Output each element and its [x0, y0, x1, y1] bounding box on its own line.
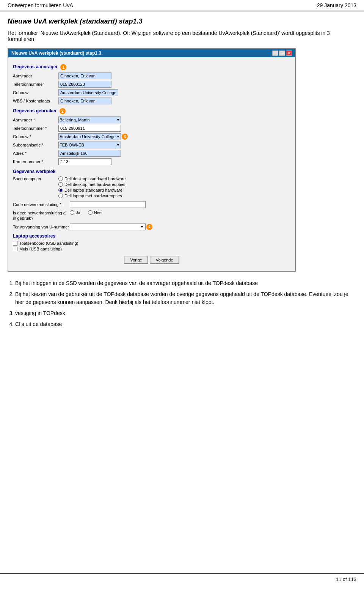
wbs-aanvrager-label: WBS / Kostenplaats: [13, 99, 58, 103]
laptop-section: Laptop accessoires Toetsenboord (USB aan…: [13, 233, 290, 251]
page-number: 11 of 113: [336, 576, 356, 582]
volgende-button[interactable]: Volgende: [150, 256, 179, 264]
header-date: 29 January 2013: [317, 2, 356, 8]
main-content: Nieuwe UvA werkplek (standaard) stap1.3 …: [0, 17, 364, 328]
gebouw-aanvrager-row: Gebouw Amsterdam University College: [13, 89, 290, 96]
numbered-list: Bij het inloggen in de SSD worden de geg…: [15, 279, 356, 328]
network-code-row: Code netwerkaansluiting *: [13, 201, 290, 208]
telefoon-aanvrager-row: Telefoonnummer 015-2800123: [13, 81, 290, 88]
kamernummer-label: Kamernummer *: [13, 159, 58, 164]
gebouw-dropdown-arrow: ▼: [116, 135, 120, 139]
aanvrager-gebruiker-label: Aanvrager *: [13, 118, 58, 122]
network-code-input[interactable]: [70, 201, 146, 208]
list-item-1: Bij het inloggen in de SSD worden de geg…: [15, 279, 356, 287]
section-heading: Nieuwe UvA werkplek (standaard) stap1.3: [8, 17, 356, 25]
radio-dell-laptop-hw[interactable]: [58, 194, 63, 198]
wbs-aanvrager-row: WBS / Kostenplaats Ginneken, Erik van: [13, 98, 290, 104]
section-subtitle: Het formulier 'Nieuwe UvAwerkplek (Stand…: [8, 30, 356, 42]
radio-ja[interactable]: [70, 210, 74, 215]
window-titlebar: Nieuwe UvA werkplek (standaard) stap1.3 …: [8, 49, 295, 57]
kamernummer-input[interactable]: 2.13: [58, 158, 111, 165]
header-title: Ontwerpen formulieren UvA: [8, 2, 73, 8]
aanvrager-gebruiker-select[interactable]: Beijering, Martin ▼: [58, 117, 121, 123]
vorige-button[interactable]: Vorige: [124, 256, 148, 264]
jn-options: Ja Nee: [70, 210, 102, 215]
checkbox-muis-label: Muis (USB aansluiting): [19, 247, 62, 251]
window-controls: _ □ ✕: [272, 50, 292, 56]
badge-4: 4: [146, 224, 152, 230]
aanvrager-dropdown-arrow: ▼: [116, 118, 120, 122]
wbs-aanvrager-value: Ginneken, Erik van: [58, 98, 111, 104]
suborganisatie-dropdown-arrow: ▼: [116, 143, 120, 147]
minimize-button[interactable]: _: [272, 50, 278, 56]
u-nummer-row: Ter vervanging van U-nummer ▼ 4: [13, 224, 290, 230]
gebouw-gebruiker-select[interactable]: Amsterdam University College ▼: [58, 133, 121, 140]
aanvrager-label: Aanvrager: [13, 74, 58, 78]
checkbox-toetsenboord[interactable]: [13, 241, 17, 246]
suborganisatie-row: Suborganisatie * FEB OWI-EB ▼: [13, 142, 290, 148]
checkbox-muis[interactable]: [13, 247, 17, 251]
badge-1: 1: [60, 64, 66, 70]
option-dell-laptop-hw[interactable]: Dell laptop met hardwareopties: [58, 194, 126, 198]
gebouw-gebruiker-row: Gebouw * Amsterdam University College ▼ …: [13, 133, 290, 140]
ja-option[interactable]: Ja: [70, 210, 80, 215]
network-code-label: Code netwerkaansluiting *: [13, 202, 70, 207]
aanvrager-gebruiker-row: Aanvrager * Beijering, Martin ▼: [13, 117, 290, 123]
gebouw-gebruiker-label: Gebouw *: [13, 134, 58, 139]
list-item-4: CI's uit de database: [15, 320, 356, 328]
suborganisatie-select[interactable]: FEB OWI-EB ▼: [58, 142, 121, 148]
section-gebruiker-label: Gegevens gebruiker 2: [13, 108, 290, 114]
suborganisatie-label: Suborganisatie *: [13, 143, 58, 147]
gebouw-aanvrager-label: Gebouw: [13, 90, 58, 95]
u-nummer-select[interactable]: ▼: [70, 224, 146, 230]
u-nummer-label: Ter vervanging van U-nummer: [13, 225, 70, 229]
option-dell-desktop-std[interactable]: Dell desktop standaard hardware: [58, 176, 126, 181]
window-mockup: Nieuwe UvA werkplek (standaard) stap1.3 …: [8, 48, 296, 272]
telefoon-gebruiker-label: Telefoonnummer *: [13, 126, 58, 131]
u-dropdown-arrow: ▼: [140, 225, 144, 229]
aanvrager-value: Ginneken, Erik van: [58, 72, 111, 79]
checkbox-toetsenboord-label: Toetsenboord (USB aansluiting): [19, 241, 78, 246]
telefoon-aanvrager-value: 015-2800123: [58, 81, 111, 88]
soort-computer-row: Soort computer Dell desktop standaard ha…: [13, 176, 290, 198]
kamernummer-row: Kamernummer * 2.13: [13, 158, 290, 165]
close-button[interactable]: ✕: [286, 50, 292, 56]
badge-3: 3: [122, 134, 128, 140]
option-dell-laptop-std[interactable]: Dell laptop standaard hardware: [58, 188, 126, 192]
adres-label: Adres *: [13, 151, 58, 156]
radio-dell-laptop-std[interactable]: [58, 188, 63, 192]
telefoon-gebruiker-input[interactable]: 015-2900911: [58, 125, 121, 132]
section-werkplek-label: Gegevens werkplek: [13, 169, 290, 174]
radio-dell-desktop-std[interactable]: [58, 176, 63, 181]
telefoon-gebruiker-row: Telefoonnummer * 015-2900911: [13, 125, 290, 132]
radio-dell-desktop-hw[interactable]: [58, 182, 63, 187]
adres-row: Adres * Amsteldijk 166: [13, 150, 290, 157]
list-item-2: Bij het kiezen van de gebruiker uit de T…: [15, 290, 356, 306]
nee-option[interactable]: Nee: [88, 210, 102, 215]
button-row: Vorige Volgende: [13, 256, 290, 264]
option-dell-desktop-hw[interactable]: Dell desktop met hardwareopties: [58, 182, 126, 187]
gebouw-aanvrager-value: Amsterdam University College: [58, 89, 118, 96]
telefoon-aanvrager-label: Telefoonnummer: [13, 82, 58, 87]
maximize-button[interactable]: □: [279, 50, 285, 56]
soort-computer-options: Dell desktop standaard hardware Dell des…: [58, 176, 126, 198]
jn-label: Is deze netwerkaansluiting al in gebruik…: [13, 210, 70, 221]
badge-2: 2: [60, 108, 66, 114]
list-item-3: vestiging in TOPdesk: [15, 309, 356, 317]
adres-value: Amsteldijk 166: [58, 150, 121, 157]
laptop-label: Laptop accessoires: [13, 233, 290, 239]
jn-row: Is deze netwerkaansluiting al in gebruik…: [13, 210, 290, 221]
page-footer: 11 of 113: [0, 573, 364, 584]
radio-nee[interactable]: [88, 210, 93, 215]
window-title: Nieuwe UvA werkplek (standaard) stap1.3: [11, 50, 101, 56]
window-body: Gegevens aanvrager 1 Aanvrager Ginneken,…: [8, 57, 295, 271]
checkbox-muis-row: Muis (USB aansluiting): [13, 247, 290, 251]
checkbox-toetsenboord-row: Toetsenboord (USB aansluiting): [13, 241, 290, 246]
aanvrager-row-1: Aanvrager Ginneken, Erik van: [13, 72, 290, 79]
section-aanvrager-label: Gegevens aanvrager 1: [13, 64, 290, 70]
soort-computer-label: Soort computer: [13, 176, 58, 181]
page-header: Ontwerpen formulieren UvA 29 January 201…: [0, 0, 364, 11]
